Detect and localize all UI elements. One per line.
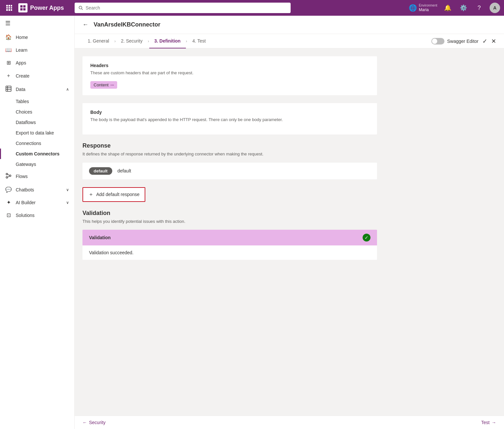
sidebar-item-apps[interactable]: ⊞ Apps [0,56,74,69]
grid-icon[interactable] [4,3,14,13]
environment-icon: 🌐 [409,4,417,12]
chatbots-icon: 💬 [5,187,12,193]
tab-definition[interactable]: 3. Definition [149,34,186,48]
tabs-bar: 1. General › 2. Security › 3. Definition… [75,34,504,48]
response-description: It defines the shape of response returne… [82,151,377,157]
svg-rect-3 [6,7,8,9]
search-icon [79,6,83,10]
search-input[interactable] [86,5,287,10]
close-button[interactable]: ✕ [491,38,496,45]
tab-security-label: 2. Security [121,38,142,44]
svg-rect-6 [6,9,8,11]
forward-test-button[interactable]: Test → [481,420,496,425]
add-default-response-button[interactable]: ＋ Add default response [82,187,145,202]
svg-line-22 [8,174,9,175]
app-logo[interactable]: Power Apps [18,3,71,12]
data-icon [5,86,12,93]
tab-general[interactable]: 1. General [82,34,114,48]
tab-general-label: 1. General [88,38,109,44]
sidebar-item-data[interactable]: Data ∧ [0,82,74,96]
svg-rect-11 [20,8,23,10]
forward-test-label: Test [481,420,490,425]
svg-rect-15 [6,86,11,91]
toggle-control[interactable] [431,38,444,45]
bottom-navigation: ← Security Test → [75,416,504,429]
sidebar-item-solutions[interactable]: ⊡ Solutions [0,209,74,222]
validation-result: Validation succeeded. [82,245,377,260]
response-section: Response It defines the shape of respons… [82,142,377,179]
svg-rect-7 [9,9,10,11]
back-security-button[interactable]: ← Security [82,420,106,425]
environment-selector[interactable]: 🌐 Environment Maria [409,4,437,12]
sidebar-item-home-label: Home [16,35,28,40]
content-header: ← VanArsdelKBConnector [75,16,504,34]
main-content-area: ← VanArsdelKBConnector 1. General › 2. S… [75,16,504,429]
flows-icon [5,173,12,180]
content-chip-dots: ··· [111,82,114,87]
svg-point-13 [79,6,82,9]
body-description: The body is the payload that's appended … [90,117,369,123]
svg-point-20 [9,175,11,177]
svg-rect-10 [23,5,26,8]
sidebar-item-solutions-label: Solutions [16,213,35,218]
svg-line-14 [81,9,82,9]
sidebar-item-learn-label: Learn [16,47,27,53]
body-title: Body [90,110,369,115]
response-item: default default [82,163,377,179]
sidebar-item-flows[interactable]: Flows [0,170,74,183]
tab-test[interactable]: 4. Test [187,34,211,48]
sidebar-sub-tables[interactable]: Tables [0,96,74,107]
data-collapse-icon: ∧ [66,87,69,92]
validation-bar: Validation ✓ [82,230,377,245]
search-bar[interactable] [75,3,291,13]
sidebar-sub-dataflows[interactable]: Dataflows [0,117,74,128]
content-chip[interactable]: Content ··· [90,81,117,89]
back-button[interactable]: ← [82,21,88,28]
response-label: default [117,168,131,173]
sidebar-sub-custom-connectors[interactable]: Custom Connectors [0,149,74,159]
top-navigation: Power Apps 🌐 Environment Maria 🔔 ⚙️ ? A [0,0,504,16]
svg-rect-9 [20,5,23,8]
connector-title: VanArsdelKBConnector [94,21,160,28]
sidebar-item-create[interactable]: ＋ Create [0,69,74,82]
sidebar-item-home[interactable]: 🏠 Home [0,31,74,44]
sidebar-item-chatbots[interactable]: 💬 Chatbots ∨ [0,183,74,196]
tab-test-label: 4. Test [192,38,206,44]
settings-button[interactable]: ⚙️ [458,3,469,13]
sidebar-item-ai-builder[interactable]: ✦ AI Builder ∨ [0,196,74,209]
validation-section-title: Validation [82,210,377,217]
sidebar-sub-export[interactable]: Export to data lake [0,128,74,138]
validation-section-desc: This helps you identify potential issues… [82,219,377,224]
swagger-editor-toggle[interactable]: Swagger Editor [431,38,478,45]
content-scroll-area: Headers These are custom headers that ar… [75,48,504,416]
sidebar-item-learn[interactable]: 📖 Learn [0,44,74,56]
sidebar-sub-choices[interactable]: Choices [0,107,74,117]
sidebar-item-apps-label: Apps [16,60,26,65]
headers-description: These are custom headers that are part o… [90,70,369,76]
notifications-button[interactable]: 🔔 [442,3,453,13]
sidebar-item-ai-builder-label: AI Builder [16,200,36,205]
forward-arrow-icon: → [492,420,496,425]
save-check-button[interactable]: ✓ [482,38,487,45]
environment-name: Maria [419,8,437,12]
svg-rect-5 [11,7,12,9]
tab-security[interactable]: 2. Security [116,34,148,48]
back-security-label: Security [89,420,106,425]
content-main: Headers These are custom headers that ar… [82,56,377,408]
avatar[interactable]: A [490,3,500,13]
response-title: Response [82,142,377,149]
sidebar-toggle[interactable]: ☰ [0,16,74,31]
response-badge: default [89,167,112,175]
app-name: Power Apps [30,5,64,11]
toggle-knob [432,39,437,44]
help-button[interactable]: ? [474,3,484,13]
solutions-icon: ⊡ [5,212,12,218]
swagger-editor-label: Swagger Editor [447,39,478,44]
tab-definition-label: 3. Definition [154,38,181,44]
sidebar: ☰ 🏠 Home 📖 Learn ⊞ Apps ＋ Create [0,16,75,429]
apps-icon: ⊞ [5,60,12,66]
sidebar-sub-gateways[interactable]: Gateways [0,159,74,170]
svg-rect-4 [9,7,10,9]
sidebar-sub-connections[interactable]: Connections [0,138,74,149]
svg-rect-1 [9,5,10,7]
